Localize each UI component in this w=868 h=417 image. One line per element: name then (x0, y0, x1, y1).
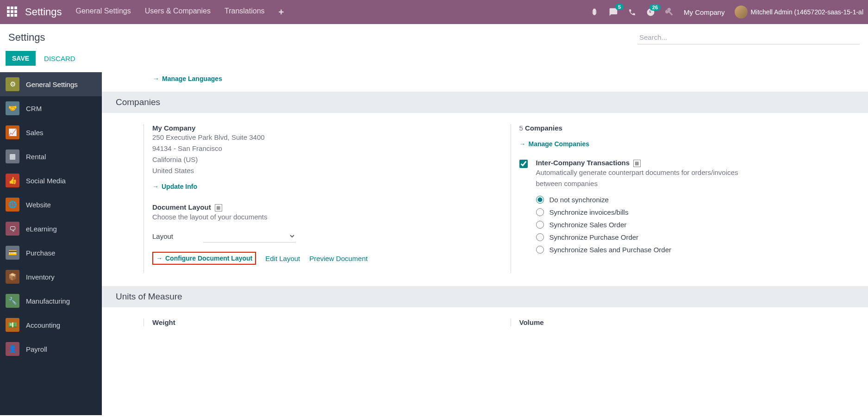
configure-document-layout-link[interactable]: →Configure Document Layout (156, 255, 252, 262)
companies-count: 5 (519, 124, 523, 132)
intercompany-sub: Automatically generate counterpart docum… (536, 167, 758, 189)
company-addr2: 94134 - San Francisco (152, 143, 492, 154)
manage-languages-link[interactable]: →Manage Languages (153, 75, 222, 82)
sidebar-item-label: eLearning (26, 225, 57, 233)
arrow-right-icon: → (519, 140, 526, 148)
section-companies: Companies (102, 92, 868, 113)
sidebar-item-label: Social Media (26, 177, 66, 185)
app-brand: Settings (25, 6, 62, 18)
sidebar: ⚙General Settings🤝CRM📈Sales▦Rental👍Socia… (0, 72, 102, 415)
preview-document-link[interactable]: Preview Document (309, 255, 368, 262)
intercompany-checkbox[interactable] (519, 160, 528, 168)
sidebar-icon: 🌐 (6, 198, 19, 212)
search-input[interactable] (637, 31, 860, 44)
sidebar-item-crm[interactable]: 🤝CRM (0, 96, 102, 120)
phone-icon[interactable] (628, 8, 636, 16)
sidebar-icon: 💵 (6, 318, 19, 332)
sidebar-item-label: Accounting (26, 321, 60, 329)
sidebar-item-inventory[interactable]: 📦Inventory (0, 265, 102, 289)
topbar: Settings General Settings Users & Compan… (0, 0, 868, 24)
user-menu[interactable]: Mitchell Admin (14657202-saas-15-1-al (735, 6, 863, 19)
sidebar-item-label: Inventory (26, 273, 55, 281)
nav-users-companies[interactable]: Users & Companies (145, 7, 211, 18)
volume-label: Volume (519, 318, 859, 326)
sidebar-item-label: Purchase (26, 249, 55, 257)
save-button[interactable]: SAVE (6, 51, 36, 66)
sidebar-item-label: Payroll (26, 345, 47, 353)
sidebar-icon: ▦ (6, 149, 19, 163)
arrow-right-icon: → (156, 255, 162, 262)
sidebar-item-website[interactable]: 🌐Website (0, 193, 102, 217)
user-name: Mitchell Admin (14657202-saas-15-1-al (750, 8, 863, 16)
sidebar-item-social-media[interactable]: 👍Social Media (0, 168, 102, 193)
sidebar-icon: 📦 (6, 270, 19, 284)
sync-radio[interactable] (536, 208, 544, 216)
sync-radio-label: Synchronize Sales and Purchase Order (550, 246, 671, 254)
sidebar-item-label: Rental (26, 153, 46, 161)
sync-option-3[interactable]: Synchronize Purchase Order (536, 233, 758, 241)
sidebar-icon: 🗨 (6, 222, 19, 236)
company-addr4: United States (152, 165, 492, 176)
sidebar-item-label: General Settings (26, 81, 78, 88)
layout-field-label: Layout (152, 232, 203, 240)
enterprise-icon: ▦ (215, 204, 222, 212)
sidebar-icon: 🔧 (6, 294, 19, 308)
sidebar-item-payroll[interactable]: 👤Payroll (0, 337, 102, 361)
arrow-right-icon: → (152, 183, 159, 190)
sync-radio[interactable] (536, 246, 544, 254)
sync-option-2[interactable]: Synchronize Sales Order (536, 221, 758, 229)
nav-translations[interactable]: Translations (225, 7, 265, 18)
content: →Manage Languages Companies My Company 2… (102, 72, 868, 415)
sidebar-item-label: CRM (26, 105, 42, 112)
tools-icon[interactable] (665, 8, 674, 16)
avatar-icon (735, 6, 748, 19)
manage-companies-link[interactable]: →Manage Companies (519, 140, 589, 148)
enterprise-icon: ▦ (633, 160, 641, 167)
discard-button[interactable]: DISCARD (44, 55, 75, 62)
sync-radio[interactable] (536, 233, 544, 241)
action-bar: SAVE DISCARD (0, 47, 868, 72)
messages-badge: 5 (615, 4, 624, 10)
edit-layout-link[interactable]: Edit Layout (265, 255, 300, 262)
page-title: Settings (8, 31, 45, 44)
sync-radio-label: Do not synchronize (550, 196, 609, 204)
sync-radio-label: Synchronize Purchase Order (550, 233, 639, 241)
sync-radio[interactable] (536, 221, 544, 229)
sidebar-item-general-settings[interactable]: ⚙General Settings (0, 72, 102, 96)
messages-icon[interactable]: 5 (609, 7, 618, 17)
section-uom: Units of Measure (102, 286, 868, 307)
sync-option-0[interactable]: Do not synchronize (536, 196, 758, 204)
sidebar-item-label: Sales (26, 129, 44, 137)
debug-icon[interactable] (590, 8, 599, 16)
activities-badge: 26 (649, 4, 661, 11)
company-switcher[interactable]: My Company (684, 8, 724, 16)
sync-option-4[interactable]: Synchronize Sales and Purchase Order (536, 246, 758, 254)
company-addr1: 250 Executive Park Blvd, Suite 3400 (152, 132, 492, 143)
sidebar-icon: 🤝 (6, 101, 19, 115)
activities-icon[interactable]: 26 (646, 8, 655, 17)
sidebar-icon: 👤 (6, 342, 19, 356)
home-menu-icon[interactable] (7, 6, 18, 18)
control-panel: Settings (0, 24, 868, 47)
sidebar-icon: ⚙ (6, 77, 19, 91)
sidebar-item-sales[interactable]: 📈Sales (0, 120, 102, 144)
update-info-link[interactable]: →Update Info (152, 183, 197, 190)
sidebar-item-accounting[interactable]: 💵Accounting (0, 313, 102, 337)
sidebar-icon: 📈 (6, 125, 19, 139)
document-layout-sub: Choose the layout of your documents (152, 212, 492, 223)
sidebar-item-elearning[interactable]: 🗨eLearning (0, 217, 102, 241)
nav-add-icon[interactable]: + (279, 7, 284, 18)
sidebar-item-label: Website (26, 201, 51, 209)
sync-radio-label: Synchronize Sales Order (550, 221, 627, 229)
sidebar-item-purchase[interactable]: 💳Purchase (0, 241, 102, 265)
intercompany-label: Inter-Company Transactions (536, 159, 630, 167)
sync-option-1[interactable]: Synchronize invoices/bills (536, 208, 758, 216)
company-name-label: My Company (152, 124, 492, 132)
search-wrapper (637, 31, 860, 44)
sidebar-item-manufacturing[interactable]: 🔧Manufacturing (0, 289, 102, 313)
sync-radio-label: Synchronize invoices/bills (550, 208, 629, 216)
sync-radio[interactable] (536, 196, 544, 204)
sidebar-item-rental[interactable]: ▦Rental (0, 144, 102, 168)
layout-select[interactable] (203, 230, 296, 243)
nav-general-settings[interactable]: General Settings (76, 7, 131, 18)
